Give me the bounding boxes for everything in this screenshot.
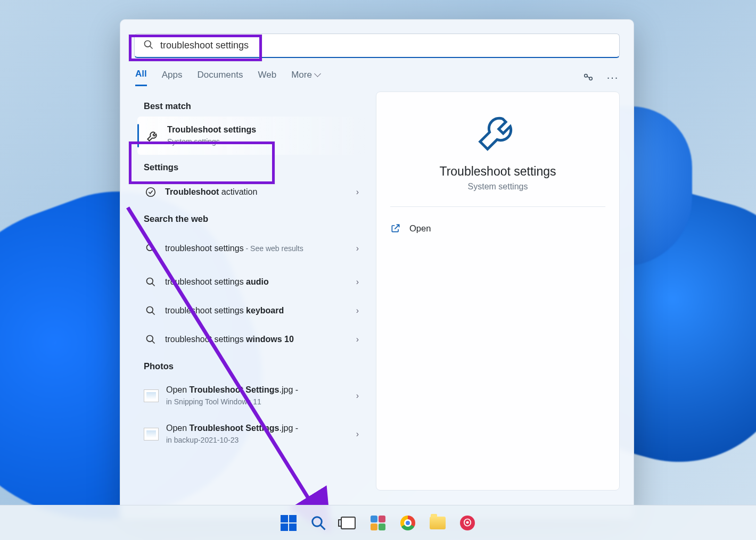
svg-point-2: [585, 74, 588, 77]
result-text: Open Troubleshoot Settings.jpg - in Snip…: [166, 384, 349, 408]
chevron-right-icon: ›: [356, 277, 359, 287]
chevron-down-icon: [314, 70, 320, 80]
taskbar-search-button[interactable]: [306, 511, 331, 535]
result-web[interactable]: troubleshoot settings keyboard ›: [137, 296, 365, 325]
search-icon: [144, 333, 158, 346]
check-circle-icon: [144, 185, 158, 199]
widgets-icon: [371, 516, 385, 530]
chevron-right-icon: ›: [356, 244, 359, 253]
preview-card: Troubleshoot settings System settings Op…: [376, 92, 620, 491]
result-text: troubleshoot settings windows 10: [165, 334, 349, 345]
svg-line-15: [321, 525, 325, 529]
open-external-icon: [390, 223, 401, 234]
section-photos: Photos: [144, 361, 365, 371]
result-setting[interactable]: Troubleshoot activation ›: [137, 178, 365, 206]
best-match-sub: System settings: [167, 136, 359, 147]
svg-line-6: [152, 250, 155, 253]
result-web[interactable]: troubleshoot settings - See web results …: [137, 229, 365, 268]
section-settings: Settings: [144, 162, 365, 172]
svg-line-8: [152, 284, 155, 286]
result-photo[interactable]: Open Troubleshoot Settings.jpg - in Snip…: [137, 377, 365, 415]
search-icon: [310, 515, 326, 531]
result-text: troubleshoot settings - See web results: [165, 243, 349, 254]
search-icon: [144, 304, 158, 318]
tab-web[interactable]: Web: [258, 69, 276, 86]
pinned-app[interactable]: ⦿: [455, 511, 480, 535]
svg-point-3: [589, 77, 593, 80]
preview-subtitle: System settings: [468, 182, 528, 192]
chevron-right-icon: ›: [356, 335, 359, 344]
svg-point-9: [147, 307, 153, 313]
section-search-web: Search the web: [144, 214, 365, 224]
svg-point-7: [147, 278, 153, 285]
windows-logo-icon: [281, 515, 297, 531]
open-action[interactable]: Open: [390, 220, 605, 237]
svg-line-1: [150, 46, 153, 48]
svg-point-11: [147, 336, 153, 342]
result-web[interactable]: troubleshoot settings windows 10 ›: [137, 325, 365, 354]
image-thumbnail-icon: [144, 389, 159, 402]
results-list: Best match Troubleshoot settings System …: [131, 86, 365, 508]
taskbar: ⦿: [0, 505, 756, 540]
chrome-app[interactable]: [396, 511, 420, 535]
tab-more[interactable]: More: [291, 69, 320, 86]
svg-point-5: [147, 245, 153, 251]
image-thumbnail-icon: [144, 428, 159, 441]
best-match-title: Troubleshoot settings: [167, 124, 359, 136]
search-panel: All Apps Documents Web More ··· Best mat…: [120, 19, 634, 519]
svg-point-0: [145, 40, 151, 47]
svg-line-10: [152, 312, 155, 315]
search-icon: [144, 275, 158, 289]
search-icon: [144, 242, 158, 255]
task-view-icon: [341, 517, 356, 529]
task-view-button[interactable]: [336, 511, 360, 535]
filter-tabs: All Apps Documents Web More: [135, 69, 320, 86]
search-icon: [143, 39, 154, 52]
tab-documents[interactable]: Documents: [197, 69, 243, 86]
start-button[interactable]: [276, 511, 301, 535]
section-best-match: Best match: [144, 101, 365, 111]
chevron-right-icon: ›: [356, 429, 359, 439]
more-icon[interactable]: ···: [607, 72, 619, 84]
svg-line-12: [152, 341, 155, 344]
tab-apps[interactable]: Apps: [162, 69, 183, 86]
app-icon: ⦿: [460, 516, 475, 530]
result-text: troubleshoot settings keyboard: [165, 305, 349, 317]
svg-point-4: [146, 188, 155, 197]
share-icon[interactable]: [582, 72, 594, 84]
divider: [390, 206, 605, 207]
preview-title: Troubleshoot settings: [439, 164, 556, 179]
chevron-right-icon: ›: [356, 187, 359, 197]
result-web[interactable]: troubleshoot settings audio ›: [137, 268, 365, 296]
result-best-match[interactable]: Troubleshoot settings System settings: [137, 117, 365, 155]
result-photo[interactable]: Open Troubleshoot Settings.jpg - in back…: [137, 415, 365, 453]
wrench-icon: [475, 109, 520, 154]
chrome-icon: [400, 516, 415, 530]
svg-point-14: [313, 517, 322, 526]
chevron-right-icon: ›: [356, 391, 359, 401]
file-explorer-app[interactable]: [425, 511, 450, 535]
folder-icon: [430, 517, 446, 529]
result-text: Troubleshoot activation: [165, 186, 349, 198]
tab-all[interactable]: All: [135, 69, 147, 86]
open-label: Open: [409, 223, 431, 234]
search-box[interactable]: [134, 34, 620, 58]
result-text: Open Troubleshoot Settings.jpg - in back…: [166, 422, 349, 446]
widgets-button[interactable]: [366, 511, 390, 535]
wrench-icon: [146, 129, 160, 143]
chevron-right-icon: ›: [356, 306, 359, 315]
result-text: troubleshoot settings audio: [165, 276, 349, 288]
search-input[interactable]: [160, 40, 611, 51]
